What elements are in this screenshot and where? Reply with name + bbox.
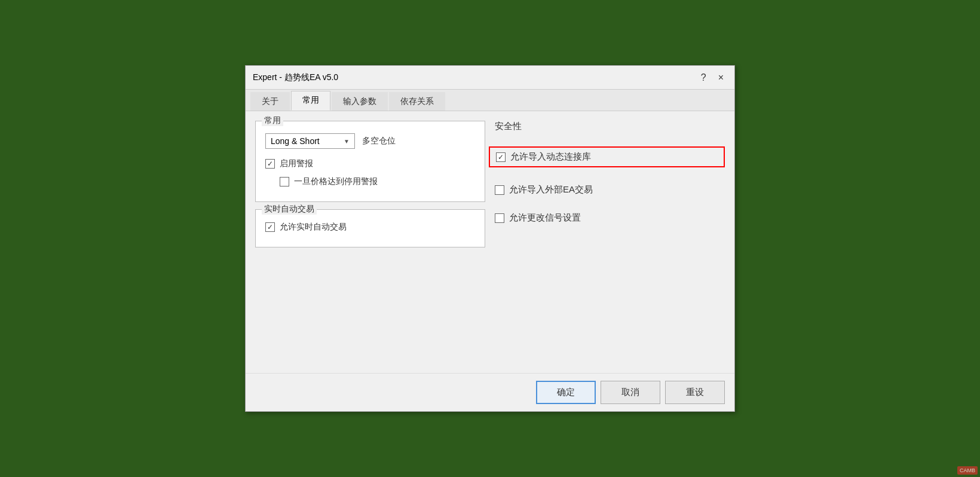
disable-on-price-label: 一旦价格达到停用警报 (294, 176, 378, 187)
tab-common[interactable]: 常用 (291, 91, 330, 111)
realtime-section-title: 实时自动交易 (262, 204, 317, 215)
reset-button[interactable]: 重设 (665, 381, 725, 404)
allow-realtime-checkbox[interactable] (265, 222, 275, 232)
common-section-content: Long & Short ▼ 多空仓位 启用警报 一旦价格达到停用警报 (265, 133, 475, 187)
realtime-section-content: 允许实时自动交易 (265, 222, 475, 233)
realtime-section: 实时自动交易 允许实时自动交易 (255, 209, 485, 247)
security-label-0: 允许导入动态连接库 (510, 151, 591, 163)
position-row: Long & Short ▼ 多空仓位 (265, 133, 475, 149)
position-label: 多空仓位 (362, 136, 396, 146)
tab-deps[interactable]: 依存关系 (389, 92, 445, 111)
cancel-button[interactable]: 取消 (601, 381, 660, 404)
security-checkbox-0[interactable] (496, 152, 506, 162)
title-bar: Expert - 趋势线EA v5.0 ? × (246, 66, 734, 90)
security-label-1: 允许导入外部EA交易 (509, 184, 593, 195)
dropdown-value: Long & Short (271, 136, 320, 146)
common-section-title: 常用 (262, 115, 283, 126)
position-dropdown[interactable]: Long & Short ▼ (265, 133, 355, 149)
common-section: 常用 Long & Short ▼ 多空仓位 启用警报 (255, 121, 485, 202)
window-title: Expert - 趋势线EA v5.0 (253, 72, 338, 83)
security-option-2: 允许更改信号设置 (495, 212, 725, 224)
security-checkbox-2[interactable] (495, 213, 504, 223)
enable-alerts-label: 启用警报 (280, 158, 313, 169)
allow-realtime-row: 允许实时自动交易 (265, 222, 475, 233)
disable-on-price-checkbox[interactable] (280, 177, 289, 186)
security-title: 安全性 (495, 121, 725, 132)
dialog: Expert - 趋势线EA v5.0 ? × 关于 常用 输入参数 依存关系 … (245, 65, 735, 412)
ok-button[interactable]: 确定 (536, 381, 596, 404)
security-label-2: 允许更改信号设置 (509, 212, 581, 224)
security-checkbox-1[interactable] (495, 185, 504, 195)
disable-on-price-row: 一旦价格达到停用警报 (280, 176, 475, 187)
help-button[interactable]: ? (697, 72, 710, 84)
security-option-0: 允许导入动态连接库 (489, 146, 725, 167)
content-area: 常用 Long & Short ▼ 多空仓位 启用警报 (246, 111, 734, 373)
close-button[interactable]: × (715, 72, 727, 84)
enable-alerts-row: 启用警报 (265, 158, 475, 169)
dropdown-arrow-icon: ▼ (344, 138, 350, 145)
tab-about[interactable]: 关于 (250, 92, 290, 111)
allow-realtime-label: 允许实时自动交易 (280, 222, 347, 233)
title-controls: ? × (697, 72, 727, 84)
tab-bar: 关于 常用 输入参数 依存关系 (246, 90, 734, 111)
right-panel: 安全性 允许导入动态连接库 允许导入外部EA交易 允许更改信号设置 (495, 121, 725, 363)
enable-alerts-checkbox[interactable] (265, 159, 275, 169)
tab-input[interactable]: 输入参数 (332, 92, 388, 111)
security-option-1: 允许导入外部EA交易 (495, 184, 725, 195)
watermark: CAMB (957, 466, 978, 475)
footer: 确定 取消 重设 (246, 373, 734, 411)
left-panel: 常用 Long & Short ▼ 多空仓位 启用警报 (255, 121, 485, 363)
